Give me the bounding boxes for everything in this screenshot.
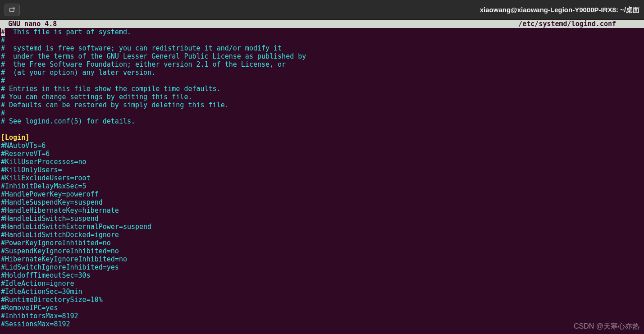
editor-line: #LidSwitchIgnoreInhibited=yes [1,263,643,271]
editor-line: #NAutoVTs=6 [1,142,643,150]
editor-line: # You can change settings by editing thi… [1,93,643,101]
editor-line: #HandleSuspendKey=suspend [1,198,643,206]
titlebar-left [5,4,20,16]
editor-line: #SessionsMax=8192 [1,320,643,328]
editor-line: #KillExcludeUsers=root [1,174,643,182]
editor-line: #KillOnlyUsers= [1,166,643,174]
editor-line: # systemd is free software; you can redi… [1,44,643,52]
editor-line: # [1,109,643,117]
cursor-block: # [1,28,5,36]
editor-line: #HandlePowerKey=poweroff [1,190,643,198]
editor-area[interactable]: # This file is part of systemd.## system… [0,28,644,328]
editor-line: #IdleAction=ignore [1,279,643,288]
editor-line: # [1,77,643,85]
editor-line: # Entries in this file show the compile … [1,85,643,93]
editor-line: # (at your option) any later version. [1,69,643,77]
editor-line: # This file is part of systemd. [1,28,643,36]
editor-line: #HoldoffTimeoutSec=30s [1,271,643,279]
editor-line: #HandleHibernateKey=hibernate [1,206,643,215]
window-title: xiaowang@xiaowang-Legion-Y9000P-IRX8: ~/… [480,6,639,14]
editor-line: # under the terms of the GNU Lesser Gene… [1,52,643,60]
editor-line: # Defaults can be restored by simply del… [1,101,643,109]
editor-line: #PowerKeyIgnoreInhibited=no [1,239,643,247]
editor-line [1,125,643,133]
editor-line: # the Free Software Foundation; either v… [1,60,643,69]
editor-line: # See logind.conf(5) for details. [1,117,643,125]
editor-line: #HibernateKeyIgnoreInhibited=no [1,255,643,263]
editor-line: #HandleLidSwitchDocked=ignore [1,231,643,239]
new-tab-icon [9,6,16,14]
editor-line: #HandleLidSwitch=suspend [1,215,643,223]
editor-line: #IdleActionSec=30min [1,288,643,296]
editor-line: #ReserveVT=6 [1,150,643,158]
new-tab-button[interactable] [5,4,20,16]
editor-line: # [1,36,643,44]
editor-line: #InhibitDelayMaxSec=5 [1,182,643,190]
editor-line: #KillUserProcesses=no [1,158,643,166]
editor-line: #RuntimeDirectorySize=10% [1,296,643,304]
nano-header: GNU nano 4.8 /etc/systemd/logind.conf [0,20,644,28]
nano-app-name: GNU nano 4.8 [8,20,57,28]
svg-rect-0 [10,8,14,12]
editor-line: #InhibitorsMax=8192 [1,312,643,320]
editor-line: #RemoveIPC=yes [1,304,643,312]
nano-file-path: /etc/systemd/logind.conf [518,20,643,28]
editor-line: #HandleLidSwitchExternalPower=suspend [1,223,643,231]
window-titlebar: xiaowang@xiaowang-Legion-Y9000P-IRX8: ~/… [0,0,644,20]
editor-line: [Login] [1,133,643,142]
editor-line: #SuspendKeyIgnoreInhibited=no [1,247,643,255]
